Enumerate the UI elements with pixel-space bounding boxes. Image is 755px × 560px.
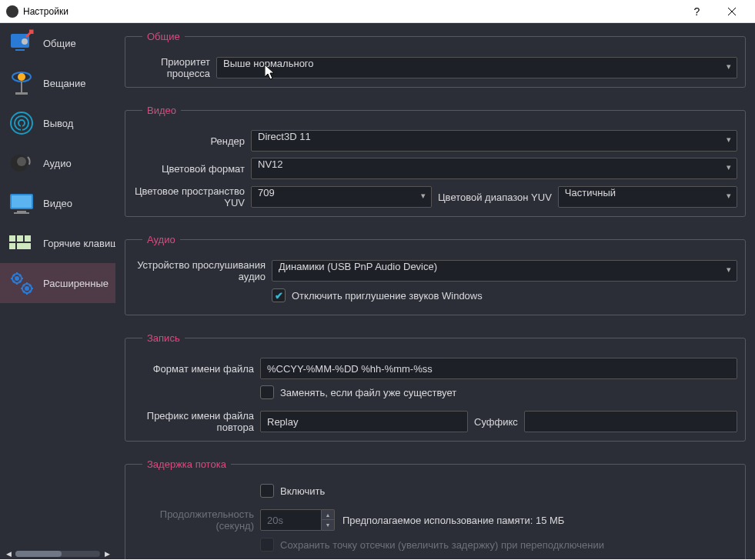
monitor-device-label: Устройство прослушивания аудио: [133, 259, 272, 282]
disable-ducking-label: Отключить приглушение звуков Windows: [292, 290, 483, 302]
svg-rect-20: [9, 243, 15, 249]
color-range-label: Цветовой диапазон YUV: [432, 192, 558, 203]
svg-rect-21: [17, 243, 31, 249]
color-format-select[interactable]: NV12: [251, 158, 737, 179]
process-priority-select[interactable]: Выше нормального: [216, 57, 737, 78]
sidebar-item-label: Общие: [43, 38, 76, 49]
general-icon: [6, 28, 37, 58]
window-title: Настройки: [23, 6, 680, 17]
section-legend: Общие: [142, 31, 185, 42]
sidebar-item-label: Расширенные: [43, 278, 109, 289]
sidebar-item-video[interactable]: Видео: [0, 183, 115, 223]
overwrite-label: Заменять, если файл уже существует: [280, 387, 456, 398]
svg-rect-18: [17, 235, 23, 242]
section-stream-delay: Задержка потока Включить Продолжительнос…: [125, 458, 746, 559]
scroll-thumb[interactable]: [15, 551, 62, 557]
help-button[interactable]: ?: [680, 0, 714, 23]
section-video: Видео Рендер Direct3D 11 Цветовой формат…: [125, 105, 746, 217]
svg-rect-16: [14, 212, 29, 214]
replay-prefix-input[interactable]: [260, 411, 468, 432]
svg-point-2: [22, 38, 28, 45]
renderer-select[interactable]: Direct3D 11: [251, 130, 737, 152]
sidebar-item-stream[interactable]: Вещание: [0, 63, 115, 103]
svg-rect-10: [21, 123, 22, 132]
settings-sidebar: Общие Вещание Вывод Аудио: [0, 23, 115, 559]
sidebar-item-label: Горячие клавиши: [43, 238, 115, 249]
stream-icon: [6, 68, 37, 98]
replay-suffix-input[interactable]: [524, 411, 737, 432]
svg-rect-6: [15, 92, 28, 95]
sidebar-item-output[interactable]: Вывод: [0, 103, 115, 143]
advanced-icon: [6, 268, 37, 298]
svg-rect-5: [21, 82, 22, 92]
color-space-label: Цветовое пространство YUV: [133, 185, 251, 208]
svg-point-25: [25, 287, 28, 290]
spinner-up-icon[interactable]: ▲: [322, 510, 334, 520]
sidebar-item-advanced[interactable]: Расширенные: [0, 263, 115, 303]
sidebar-item-label: Видео: [43, 198, 72, 209]
renderer-label: Рендер: [133, 135, 251, 147]
sidebar-item-audio[interactable]: Аудио: [0, 143, 115, 183]
section-legend: Видео: [142, 105, 181, 116]
sidebar-item-label: Вывод: [43, 118, 73, 129]
replay-prefix-label: Префикс имени файла повтора: [133, 410, 260, 433]
settings-content: Общие Приоритет процесса Выше нормальног…: [115, 23, 755, 559]
section-audio: Аудио Устройство прослушивания аудио Дин…: [125, 234, 746, 315]
process-priority-label: Приоритет процесса: [133, 56, 216, 79]
preserve-cutoff-checkbox: [260, 538, 274, 552]
replay-suffix-label: Суффикс: [468, 416, 524, 428]
stream-delay-enable-label: Включить: [280, 485, 325, 497]
section-legend: Задержка потока: [142, 458, 231, 470]
color-range-select[interactable]: Частичный: [558, 186, 737, 208]
hotkeys-icon: [6, 228, 37, 258]
output-icon: [6, 108, 37, 138]
svg-point-23: [15, 277, 18, 280]
filename-format-label: Формат имени файла: [133, 363, 260, 375]
app-icon: [6, 5, 18, 18]
scroll-left-icon[interactable]: ◀: [3, 550, 14, 558]
preserve-cutoff-label: Сохранить точку отсечки (увеличить задер…: [280, 539, 604, 551]
section-recording: Запись Формат имени файла Заменять, если…: [125, 332, 746, 442]
close-icon: [728, 8, 736, 15]
svg-rect-14: [12, 195, 32, 208]
scroll-track[interactable]: [15, 551, 100, 557]
titlebar: Настройки ?: [0, 0, 755, 23]
scroll-right-icon[interactable]: ▶: [102, 550, 112, 558]
svg-rect-15: [17, 211, 26, 212]
close-button[interactable]: [714, 0, 749, 23]
section-legend: Аудио: [142, 234, 180, 245]
overwrite-checkbox[interactable]: [260, 385, 274, 399]
section-general: Общие Приоритет процесса Выше нормальног…: [125, 31, 746, 88]
svg-point-12: [17, 157, 26, 166]
sidebar-item-hotkeys[interactable]: Горячие клавиши: [0, 223, 115, 263]
video-icon: [6, 188, 37, 218]
color-space-select[interactable]: 709: [251, 186, 432, 208]
stream-delay-duration-label: Продолжительность (секунд): [133, 508, 260, 532]
svg-rect-1: [15, 49, 25, 51]
sidebar-item-label: Аудио: [43, 158, 72, 169]
stream-delay-memory-text: Предполагаемое использование памяти: 15 …: [342, 515, 564, 526]
stream-delay-enable-checkbox[interactable]: [260, 484, 274, 498]
audio-icon: [6, 148, 37, 178]
svg-rect-19: [25, 235, 31, 242]
sidebar-item-label: Вещание: [43, 78, 86, 89]
svg-rect-17: [9, 235, 15, 242]
svg-point-4: [18, 73, 25, 81]
stream-delay-duration-spinner[interactable]: ▲ ▼: [260, 509, 335, 531]
stream-delay-duration-input: [260, 509, 322, 531]
spinner-down-icon[interactable]: ▼: [322, 520, 334, 530]
section-legend: Запись: [142, 332, 185, 344]
sidebar-scrollbar[interactable]: ◀ ▶: [0, 548, 115, 559]
color-format-label: Цветовой формат: [133, 163, 251, 175]
filename-format-input[interactable]: [260, 358, 737, 379]
disable-ducking-checkbox[interactable]: ✔: [272, 288, 286, 302]
monitor-device-select[interactable]: Динамики (USB PnP Audio Device): [272, 260, 737, 282]
sidebar-item-general[interactable]: Общие: [0, 23, 115, 63]
